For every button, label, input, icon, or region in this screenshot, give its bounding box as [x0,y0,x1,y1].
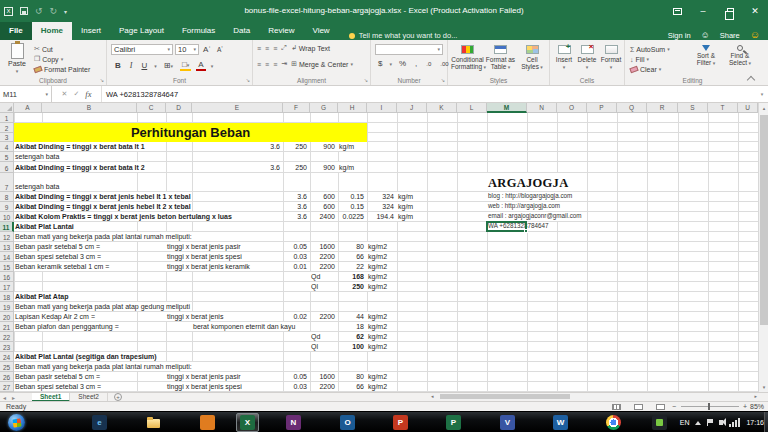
close-button[interactable]: ✕ [742,0,768,22]
column-header-S[interactable]: S [678,103,708,113]
row-header-16[interactable]: 16 [0,272,14,282]
vscroll-thumb[interactable] [760,115,768,325]
hscroll-thumb[interactable] [440,394,570,399]
cell-G22[interactable]: Qd [310,332,321,341]
chrome-icon[interactable] [606,415,621,430]
visio-icon[interactable]: V [500,415,515,430]
row-header-14[interactable]: 14 [0,252,14,262]
cell-G6[interactable]: 900 [310,162,336,172]
cell-A19[interactable]: Beban mati yang bekerja pada plat atap g… [14,302,191,311]
underline-dropdown[interactable]: ▾ [154,63,157,69]
cell-D13[interactable]: tinggi x berat jenis pasir [166,242,242,251]
currency-dropdown[interactable]: ▾ [389,61,392,67]
word-icon[interactable]: W [553,415,568,430]
cell-A14[interactable]: Beban spesi setebal 3 cm = [14,252,102,261]
cell-I27[interactable]: kg/m2 [367,382,388,391]
hscroll-right-icon[interactable]: ▸ [754,393,757,400]
action-center-icon[interactable] [707,419,713,426]
cell-E6[interactable]: 3.6 [192,162,281,172]
grow-font-button[interactable]: Aʾ [201,45,213,54]
cell-M10[interactable]: email : argajogjaconr@gmail.com [487,212,583,221]
cell-H21[interactable]: 18 [338,322,365,331]
cell-F9[interactable]: 3.6 [283,202,308,211]
shrink-font-button[interactable]: Aʽ [215,46,225,53]
cell-A6[interactable]: Akibat Dinding = tinggi x berat bata lt … [14,162,146,172]
cell-G16[interactable]: Qd [310,272,321,281]
column-header-R[interactable]: R [647,103,678,113]
insert-function-icon[interactable]: fx [85,89,91,99]
cell-I23[interactable]: kg/m2 [367,342,388,351]
new-sheet-button[interactable]: + [114,393,122,401]
cell-A25[interactable]: Beban mati yang bekerja pada plat lantai… [14,362,193,371]
start-button[interactable] [8,414,25,431]
column-header-P[interactable]: P [587,103,617,113]
row-header-19[interactable]: 19 [0,302,14,312]
row-header-6[interactable]: 6 [0,162,14,173]
row-header-23[interactable]: 23 [0,342,14,352]
row-header-20[interactable]: 20 [0,312,14,322]
file-explorer-icon[interactable] [146,415,161,430]
cell-A18[interactable]: Akibat Plat Atap [14,292,69,301]
cut-button[interactable]: ✂Cut [34,44,90,54]
collapse-ribbon-icon[interactable] [748,75,754,81]
find-select-button[interactable]: Find &Select ▾ [724,45,756,67]
cell-A4[interactable]: Akibat Dinding = tinggi x berat bata lt … [14,142,146,151]
language-indicator[interactable]: EN [680,419,690,426]
ribbon-display-options-button[interactable] [664,0,690,22]
cell-D26[interactable]: tinggi x berat jenis pasir [166,372,242,381]
align-right-icon[interactable]: ≡ [273,61,277,68]
cell-A27[interactable]: Beban spesi setebal 3 cm = [14,382,102,391]
cell-A7[interactable]: setengah bata [14,173,60,191]
cell-G17[interactable]: Ql [310,282,319,291]
row-header-12[interactable]: 12 [0,232,14,242]
row-header-15[interactable]: 15 [0,262,14,272]
align-left-icon[interactable]: ≡ [257,61,261,68]
column-header-K[interactable]: K [427,103,457,113]
copy-button[interactable]: ❐Copy▾ [34,54,90,64]
format-cells-button[interactable]: Format▾ [599,45,623,71]
column-header-Q[interactable]: Q [617,103,647,113]
row-header-17[interactable]: 17 [0,282,14,292]
worksheet-grid[interactable]: ABCDEFGHIJKLMNOPQRSTU1234567891011121314… [0,103,768,392]
column-header-O[interactable]: O [557,103,587,113]
cell-M8[interactable]: blog : http://blogargajogja.com [487,192,573,201]
tab-view[interactable]: View [303,22,338,40]
autosum-button[interactable]: ΣAutoSum▾ [630,44,670,54]
column-header-C[interactable]: C [137,103,166,113]
cell-H10[interactable]: 0.0225 [338,212,365,221]
cell-A15[interactable]: Beban keramik setebal 1 cm = [14,262,110,271]
font-size-combo[interactable]: 10▾ [175,44,199,55]
active-cell-selection[interactable] [486,221,527,232]
column-header-F[interactable]: F [283,103,310,113]
insert-cells-button[interactable]: Insert▾ [553,45,575,71]
cell-G20[interactable]: 2200 [310,312,336,321]
page-break-view-icon[interactable] [656,404,665,410]
page-layout-view-icon[interactable] [634,404,643,410]
tab-file[interactable]: File [0,22,32,40]
column-header-M[interactable]: M [487,103,527,113]
cell-A20[interactable]: Lapisan Kedap Air 2 cm = [14,312,96,321]
cell-H14[interactable]: 66 [338,252,365,261]
clipboard-dialog-launcher[interactable]: ↘ [100,77,104,83]
zoom-level-label[interactable]: 85% [750,402,764,411]
minimize-button[interactable]: – [690,0,716,22]
fill-handle[interactable] [524,229,528,233]
align-center-icon[interactable]: ≡ [265,61,269,68]
column-header-I[interactable]: I [367,103,397,113]
cell-M9[interactable]: web : http://argajogja.com [487,202,561,211]
cell-I15[interactable]: kg/m2 [367,262,388,271]
column-header-L[interactable]: L [457,103,487,113]
alignment-dialog-launcher[interactable]: ↘ [364,77,368,83]
indent-icons[interactable]: ⇥ [281,60,287,68]
cell-G9[interactable]: 600 [310,202,336,211]
font-color-icon[interactable]: A [196,60,205,71]
select-all-corner[interactable] [0,103,14,113]
row-header-18[interactable]: 18 [0,292,14,302]
cell-J10[interactable]: kg/m [397,212,414,221]
feedback-smiley-icon[interactable]: ☺ [750,30,760,40]
row-header-5[interactable]: 5 [0,152,14,162]
comma-icon[interactable]: , [413,59,419,68]
row-header-3[interactable]: 3 [0,133,14,142]
cell-I21[interactable]: kg/m2 [367,322,388,331]
cell-G23[interactable]: Ql [310,342,319,351]
